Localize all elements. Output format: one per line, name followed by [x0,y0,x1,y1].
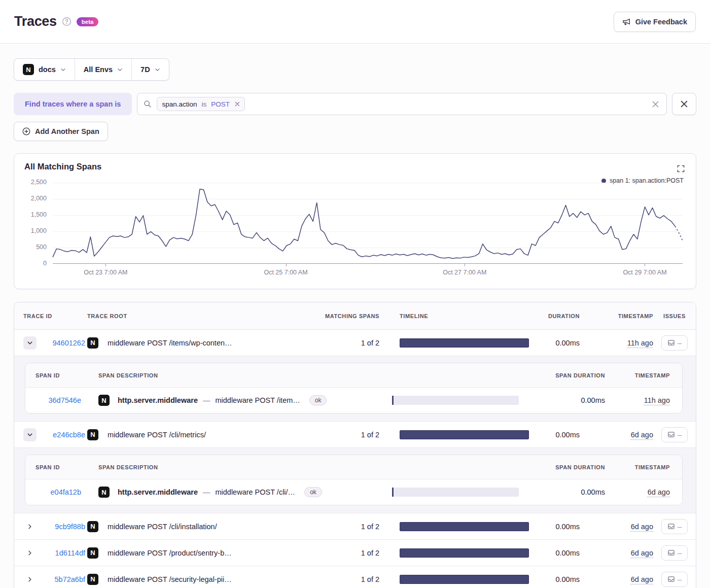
matching-spans-count: 1 of 2 [321,523,379,531]
collapse-trace-button[interactable] [23,336,37,350]
environment-filter[interactable]: All Envs [75,59,131,80]
duration-value: 0.00ms [529,575,580,583]
nextjs-project-icon: N [87,337,98,349]
span-description-label: middleware POST /item… [215,396,300,404]
project-filter-label: docs [39,65,56,74]
issues-button[interactable]: – [661,572,688,587]
search-input[interactable] [245,93,652,115]
timestamp-value[interactable]: 6d ago [631,523,653,531]
issues-button[interactable]: – [661,335,688,351]
chart-panel: All Matching Spans span 1: span.action:P… [14,153,696,289]
timestamp-value[interactable]: 6d ago [631,549,653,557]
megaphone-icon [622,17,631,26]
y-axis-label: 0 [23,260,47,267]
issues-button[interactable]: – [661,427,688,442]
col-span-description: SPAN DESCRIPTION [90,372,392,378]
chevron-down-icon [155,67,160,73]
fullscreen-expand-icon[interactable] [677,165,685,172]
x-axis-tick [465,263,465,266]
collapse-trace-button[interactable] [23,428,37,441]
chevron-down-icon [117,67,123,73]
daterange-filter-label: 7D [140,65,150,74]
beta-badge: beta [77,17,99,26]
no-issues-dash: – [678,431,682,438]
nextjs-project-icon: N [87,429,98,440]
environment-filter-label: All Envs [84,65,113,74]
span-timestamp-value[interactable]: 11h ago [644,396,670,404]
chart-plot: 05001,0001,5002,0002,500Oct 23 7:00 AMOc… [53,183,683,264]
col-trace-root: TRACE ROOT [85,313,321,319]
trace-id-link[interactable]: 94601262 [52,339,85,347]
x-axis-tick [645,263,645,266]
duration-value: 0.00ms [529,549,580,557]
trace-id-link[interactable]: 5b72a6bf [55,575,85,583]
search-icon [144,100,152,108]
daterange-filter[interactable]: 7D [131,59,169,80]
span-row: 36d7546eNhttp.server.middleware—middlewa… [25,388,682,413]
timeline-bar[interactable] [400,548,529,558]
no-issues-dash: – [678,523,682,530]
span-timestamp-value[interactable]: 6d ago [648,488,670,496]
col-span-id: SPAN ID [25,464,90,470]
token-remove-icon[interactable] [232,101,244,107]
chevron-down-icon [27,340,33,346]
timeline-bar[interactable] [400,338,529,348]
timeline-bar[interactable] [400,575,529,584]
separator-dash: — [203,396,210,404]
add-another-span-button[interactable]: Add Another Span [14,122,108,141]
span-status-badge: ok [304,487,322,497]
span-timeline-bar[interactable] [392,396,519,405]
filter-token[interactable]: span.action is POST [157,97,245,111]
clear-search-icon[interactable] [652,100,659,108]
col-matching-spans: MATCHING SPANS [321,313,379,319]
span-duration-value: 0.00ms [519,396,605,404]
x-axis-label: Oct 27 7:00 AM [443,269,486,276]
trace-id-link[interactable]: 1d6114df [55,549,85,557]
trace-row: 9cb9f88bNmiddleware POST /cli/installati… [14,513,696,540]
separator-dash: — [203,488,210,496]
timestamp-value[interactable]: 11h ago [627,339,653,347]
span-timeline-bar[interactable] [392,488,519,497]
expand-trace-button[interactable] [23,573,37,586]
col-duration: DURATION [529,313,580,319]
span-search-bar[interactable]: span.action is POST [137,93,667,115]
timeline-bar[interactable] [400,522,529,531]
span-id-link[interactable]: e04fa12b [51,488,81,496]
table-body: 94601262Nmiddleware POST /items/wp-conte… [14,330,696,588]
span-duration-value: 0.00ms [519,488,605,496]
issues-button[interactable]: – [661,545,688,561]
close-icon [680,100,688,108]
span-operation-label: http.server.middleware [118,396,198,404]
give-feedback-button[interactable]: Give Feedback [614,12,696,32]
trace-id-link[interactable]: e246cb8e [53,431,85,439]
chevron-right-icon [27,524,33,530]
trace-row: 5b72a6bfNmiddleware POST /security-legal… [14,566,696,588]
expand-trace-button[interactable] [23,546,37,560]
timestamp-value[interactable]: 6d ago [631,575,653,583]
x-axis-label: Oct 29 7:00 AM [623,269,666,276]
trace-root-label: middleware POST /cli/installation/ [108,523,217,531]
x-axis-tick [286,263,287,266]
y-axis-label: 500 [23,244,47,251]
timestamp-value[interactable]: 6d ago [631,431,653,439]
nextjs-project-icon: N [87,574,98,585]
remove-span-filter-button[interactable] [672,93,696,115]
project-filter[interactable]: N docs [14,59,75,80]
span-table-header: SPAN IDSPAN DESCRIPTIONSPAN DURATIONTIME… [25,455,682,479]
timeline-bar[interactable] [400,430,529,439]
help-icon[interactable] [62,17,72,26]
expand-trace-button[interactable] [23,520,37,533]
chevron-down-icon [27,432,33,438]
col-span-duration: SPAN DURATION [519,372,605,378]
span-description-label: middleware POST /cli/… [215,488,295,496]
nextjs-project-icon: N [98,395,110,406]
issues-button[interactable]: – [661,519,688,534]
matching-spans-count: 1 of 2 [321,575,379,583]
y-axis-label: 2,000 [23,195,47,202]
table-header-row: TRACE ID TRACE ROOT MATCHING SPANS TIMEL… [14,302,696,330]
span-table: SPAN IDSPAN DESCRIPTIONSPAN DURATIONTIME… [25,363,683,413]
add-another-span-label: Add Another Span [35,127,99,135]
nextjs-project-icon: N [87,521,98,532]
trace-id-link[interactable]: 9cb9f88b [55,523,85,531]
span-id-link[interactable]: 36d7546e [48,396,81,404]
